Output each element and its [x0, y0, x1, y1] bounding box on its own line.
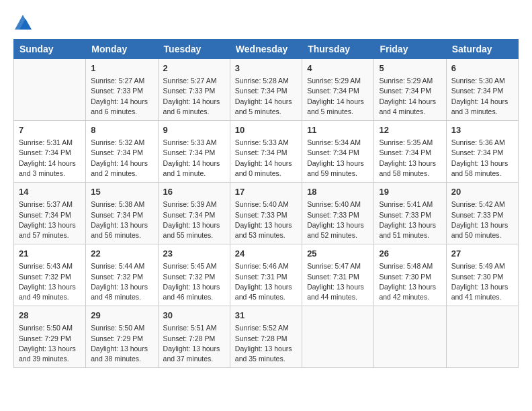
weekday-header: Tuesday	[158, 40, 230, 59]
cell-info: Sunrise: 5:36 AM Sunset: 7:34 PM Dayligh…	[451, 138, 513, 179]
logo	[13, 13, 35, 32]
cell-info: Sunrise: 5:51 AM Sunset: 7:28 PM Dayligh…	[163, 323, 225, 364]
cell-info: Sunrise: 5:34 AM Sunset: 7:34 PM Dayligh…	[307, 138, 369, 179]
cell-info: Sunrise: 5:46 AM Sunset: 7:31 PM Dayligh…	[235, 261, 297, 302]
day-number: 11	[307, 124, 369, 136]
weekday-row: SundayMondayTuesdayWednesdayThursdayFrid…	[14, 40, 519, 59]
day-number: 12	[379, 124, 441, 136]
calendar-cell	[14, 59, 86, 121]
calendar-cell: 12Sunrise: 5:35 AM Sunset: 7:34 PM Dayli…	[374, 121, 446, 183]
weekday-header: Sunday	[14, 40, 86, 59]
day-number: 18	[307, 186, 369, 198]
calendar-cell: 5Sunrise: 5:29 AM Sunset: 7:34 PM Daylig…	[374, 59, 446, 121]
calendar-cell: 23Sunrise: 5:45 AM Sunset: 7:32 PM Dayli…	[158, 244, 230, 306]
day-number: 24	[235, 248, 297, 260]
cell-info: Sunrise: 5:32 AM Sunset: 7:34 PM Dayligh…	[91, 138, 152, 179]
calendar-cell: 7Sunrise: 5:31 AM Sunset: 7:34 PM Daylig…	[14, 121, 86, 183]
calendar-body: 1Sunrise: 5:27 AM Sunset: 7:33 PM Daylig…	[14, 59, 519, 368]
day-number: 31	[235, 310, 297, 322]
day-number: 8	[91, 124, 152, 136]
cell-info: Sunrise: 5:27 AM Sunset: 7:33 PM Dayligh…	[163, 76, 225, 117]
day-number: 10	[235, 124, 297, 136]
cell-info: Sunrise: 5:39 AM Sunset: 7:34 PM Dayligh…	[163, 199, 225, 240]
day-number: 17	[235, 186, 297, 198]
cell-info: Sunrise: 5:28 AM Sunset: 7:34 PM Dayligh…	[235, 76, 297, 117]
day-number: 3	[235, 62, 297, 75]
cell-info: Sunrise: 5:27 AM Sunset: 7:33 PM Dayligh…	[91, 76, 152, 117]
day-number: 29	[91, 310, 152, 322]
day-number: 20	[451, 186, 513, 198]
calendar-cell: 25Sunrise: 5:47 AM Sunset: 7:31 PM Dayli…	[302, 244, 374, 306]
calendar-cell: 24Sunrise: 5:46 AM Sunset: 7:31 PM Dayli…	[230, 244, 302, 306]
calendar-cell: 11Sunrise: 5:34 AM Sunset: 7:34 PM Dayli…	[302, 121, 374, 183]
cell-info: Sunrise: 5:40 AM Sunset: 7:33 PM Dayligh…	[307, 199, 369, 240]
cell-info: Sunrise: 5:35 AM Sunset: 7:34 PM Dayligh…	[379, 138, 441, 179]
calendar-cell: 21Sunrise: 5:43 AM Sunset: 7:32 PM Dayli…	[14, 244, 86, 306]
cell-info: Sunrise: 5:44 AM Sunset: 7:32 PM Dayligh…	[91, 261, 152, 302]
day-number: 5	[379, 62, 441, 75]
cell-info: Sunrise: 5:47 AM Sunset: 7:31 PM Dayligh…	[307, 261, 369, 302]
calendar-week-row: 14Sunrise: 5:37 AM Sunset: 7:34 PM Dayli…	[14, 183, 519, 244]
calendar-table: SundayMondayTuesdayWednesdayThursdayFrid…	[13, 39, 519, 368]
day-number: 21	[19, 248, 81, 260]
calendar-week-row: 21Sunrise: 5:43 AM Sunset: 7:32 PM Dayli…	[14, 244, 519, 306]
cell-info: Sunrise: 5:50 AM Sunset: 7:29 PM Dayligh…	[91, 323, 152, 364]
day-number: 9	[163, 124, 225, 136]
day-number: 19	[379, 186, 441, 198]
cell-info: Sunrise: 5:33 AM Sunset: 7:34 PM Dayligh…	[235, 138, 297, 179]
calendar-cell: 1Sunrise: 5:27 AM Sunset: 7:33 PM Daylig…	[86, 59, 158, 121]
calendar-cell: 2Sunrise: 5:27 AM Sunset: 7:33 PM Daylig…	[158, 59, 230, 121]
calendar-cell: 30Sunrise: 5:51 AM Sunset: 7:28 PM Dayli…	[158, 306, 230, 368]
calendar-cell: 6Sunrise: 5:30 AM Sunset: 7:34 PM Daylig…	[446, 59, 518, 121]
cell-info: Sunrise: 5:43 AM Sunset: 7:32 PM Dayligh…	[19, 261, 81, 302]
calendar-cell: 26Sunrise: 5:48 AM Sunset: 7:30 PM Dayli…	[374, 244, 446, 306]
cell-info: Sunrise: 5:48 AM Sunset: 7:30 PM Dayligh…	[379, 261, 441, 302]
cell-info: Sunrise: 5:33 AM Sunset: 7:34 PM Dayligh…	[163, 138, 225, 179]
calendar-cell: 10Sunrise: 5:33 AM Sunset: 7:34 PM Dayli…	[230, 121, 302, 183]
calendar-cell: 3Sunrise: 5:28 AM Sunset: 7:34 PM Daylig…	[230, 59, 302, 121]
weekday-header: Wednesday	[230, 40, 302, 59]
cell-info: Sunrise: 5:50 AM Sunset: 7:29 PM Dayligh…	[19, 323, 81, 364]
weekday-header: Thursday	[302, 40, 374, 59]
cell-info: Sunrise: 5:49 AM Sunset: 7:30 PM Dayligh…	[451, 261, 513, 302]
calendar-cell: 20Sunrise: 5:42 AM Sunset: 7:33 PM Dayli…	[446, 183, 518, 244]
calendar-cell: 16Sunrise: 5:39 AM Sunset: 7:34 PM Dayli…	[158, 183, 230, 244]
cell-info: Sunrise: 5:29 AM Sunset: 7:34 PM Dayligh…	[307, 76, 369, 117]
logo-icon	[13, 13, 32, 32]
calendar-week-row: 1Sunrise: 5:27 AM Sunset: 7:33 PM Daylig…	[14, 59, 519, 121]
calendar-cell: 8Sunrise: 5:32 AM Sunset: 7:34 PM Daylig…	[86, 121, 158, 183]
calendar-cell: 14Sunrise: 5:37 AM Sunset: 7:34 PM Dayli…	[14, 183, 86, 244]
day-number: 27	[451, 248, 513, 260]
weekday-header: Monday	[86, 40, 158, 59]
day-number: 28	[19, 310, 81, 322]
day-number: 2	[163, 62, 225, 75]
cell-info: Sunrise: 5:45 AM Sunset: 7:32 PM Dayligh…	[163, 261, 225, 302]
cell-info: Sunrise: 5:42 AM Sunset: 7:33 PM Dayligh…	[451, 199, 513, 240]
calendar-cell: 4Sunrise: 5:29 AM Sunset: 7:34 PM Daylig…	[302, 59, 374, 121]
day-number: 4	[307, 62, 369, 75]
cell-info: Sunrise: 5:52 AM Sunset: 7:28 PM Dayligh…	[235, 323, 297, 364]
cell-info: Sunrise: 5:30 AM Sunset: 7:34 PM Dayligh…	[451, 76, 513, 117]
day-number: 6	[451, 62, 513, 75]
page-header	[13, 13, 519, 32]
cell-info: Sunrise: 5:31 AM Sunset: 7:34 PM Dayligh…	[19, 138, 81, 179]
day-number: 30	[163, 310, 225, 322]
cell-info: Sunrise: 5:40 AM Sunset: 7:33 PM Dayligh…	[235, 199, 297, 240]
calendar-cell	[374, 306, 446, 368]
calendar-cell: 31Sunrise: 5:52 AM Sunset: 7:28 PM Dayli…	[230, 306, 302, 368]
calendar-cell: 27Sunrise: 5:49 AM Sunset: 7:30 PM Dayli…	[446, 244, 518, 306]
cell-info: Sunrise: 5:29 AM Sunset: 7:34 PM Dayligh…	[379, 76, 441, 117]
day-number: 25	[307, 248, 369, 260]
calendar-cell: 15Sunrise: 5:38 AM Sunset: 7:34 PM Dayli…	[86, 183, 158, 244]
day-number: 1	[91, 62, 152, 75]
day-number: 26	[379, 248, 441, 260]
weekday-header: Saturday	[446, 40, 518, 59]
calendar-cell: 29Sunrise: 5:50 AM Sunset: 7:29 PM Dayli…	[86, 306, 158, 368]
day-number: 7	[19, 124, 81, 136]
calendar-header: SundayMondayTuesdayWednesdayThursdayFrid…	[14, 40, 519, 59]
calendar-cell: 17Sunrise: 5:40 AM Sunset: 7:33 PM Dayli…	[230, 183, 302, 244]
day-number: 15	[91, 186, 152, 198]
day-number: 13	[451, 124, 513, 136]
cell-info: Sunrise: 5:37 AM Sunset: 7:34 PM Dayligh…	[19, 199, 81, 240]
calendar-week-row: 28Sunrise: 5:50 AM Sunset: 7:29 PM Dayli…	[14, 306, 519, 368]
